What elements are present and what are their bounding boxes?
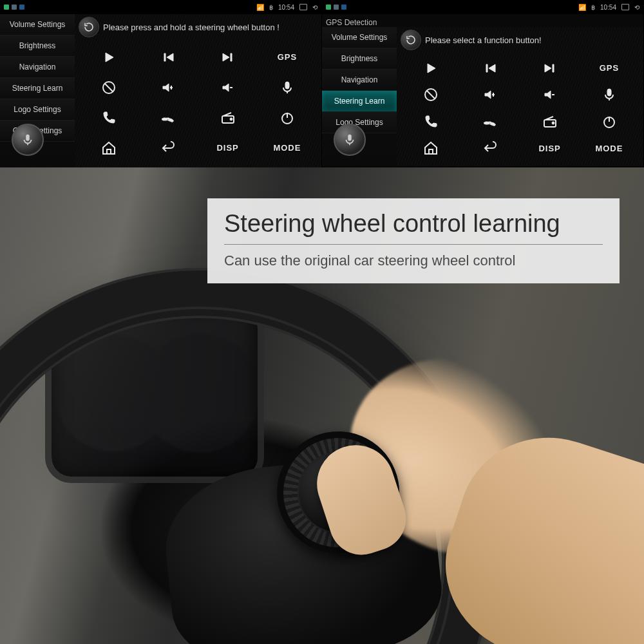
gps-label: GPS xyxy=(600,63,619,73)
fn-vol-up[interactable] xyxy=(462,84,518,107)
status-chip-icon xyxy=(19,5,24,10)
phone-icon xyxy=(101,110,117,126)
status-chip-icon xyxy=(341,5,346,10)
sidebar-item-label: Brightness xyxy=(19,41,56,50)
sidebar-item-label: Steering Learn xyxy=(334,97,385,106)
play-icon xyxy=(423,61,439,76)
sidebar-item-brightness[interactable]: Brightness xyxy=(0,35,75,57)
recent-apps-icon[interactable] xyxy=(621,4,629,10)
fn-power[interactable] xyxy=(582,110,637,133)
prev-track-icon xyxy=(160,50,176,65)
fn-call[interactable] xyxy=(403,110,459,133)
fn-radio[interactable] xyxy=(522,110,578,133)
svg-rect-5 xyxy=(26,135,30,141)
sidebar-item-label: Steering Learn xyxy=(12,84,63,93)
status-left xyxy=(4,5,24,10)
mute-icon xyxy=(101,80,117,95)
floating-mic-button[interactable] xyxy=(334,124,366,156)
steering-learn-panel: Please select a function button! GPS xyxy=(397,27,643,166)
home-icon xyxy=(101,140,117,156)
sidebar-item-volume[interactable]: Volume Settings xyxy=(0,14,75,35)
fn-next[interactable] xyxy=(522,57,578,80)
fn-hangup[interactable] xyxy=(140,104,196,131)
fn-play[interactable] xyxy=(403,57,459,80)
function-grid: GPS DISP MODE xyxy=(397,53,643,166)
fn-back[interactable] xyxy=(462,137,518,160)
sidebar-item-label: Logo Settings xyxy=(14,105,61,114)
back-icon[interactable]: ⟲ xyxy=(312,4,317,11)
sidebar-item-label: Navigation xyxy=(19,62,56,71)
radio-icon xyxy=(220,110,236,126)
sidebar-item-volume[interactable]: Volume Settings xyxy=(322,27,397,48)
sidebar-item-logo[interactable]: Logo Settings xyxy=(0,99,75,120)
disp-label: DISP xyxy=(538,144,560,153)
sidebar-item-navigation[interactable]: Navigation xyxy=(322,70,397,91)
sidebar-item-navigation[interactable]: Navigation xyxy=(0,57,75,78)
fn-back[interactable] xyxy=(140,135,196,161)
mic-icon xyxy=(343,133,357,147)
refresh-icon xyxy=(83,21,95,33)
next-track-icon xyxy=(542,61,558,76)
fn-call[interactable] xyxy=(81,104,137,131)
fn-disp[interactable]: DISP xyxy=(200,135,256,161)
power-icon xyxy=(601,114,617,129)
fn-mode[interactable]: MODE xyxy=(260,135,315,161)
fn-home[interactable] xyxy=(81,135,137,161)
bt-icon: ฿ xyxy=(269,4,273,11)
mute-icon xyxy=(423,87,439,102)
fn-gps[interactable]: GPS xyxy=(260,44,315,70)
sidebar-item-label: Volume Settings xyxy=(332,33,388,42)
back-arrow-icon xyxy=(160,140,176,156)
prev-track-icon xyxy=(482,61,498,76)
fn-hangup[interactable] xyxy=(462,110,518,133)
gps-detection-label: GPS Detection xyxy=(322,14,643,27)
volume-up-icon xyxy=(482,87,498,102)
status-bar: 📶 ฿ 10:54 ⟲ xyxy=(322,0,643,14)
fn-play[interactable] xyxy=(81,44,137,70)
floating-mic-button[interactable] xyxy=(12,124,44,156)
refresh-button[interactable] xyxy=(79,17,99,37)
sidebar-item-brightness[interactable]: Brightness xyxy=(322,48,397,70)
back-arrow-icon xyxy=(482,140,498,156)
fn-vol-down[interactable] xyxy=(200,74,256,100)
fn-power[interactable] xyxy=(260,104,315,131)
sidebar-item-steering-learn[interactable]: Steering Learn xyxy=(322,91,397,112)
fn-next[interactable] xyxy=(200,44,256,70)
steering-learn-panel: Please press and hold a steering wheel b… xyxy=(75,14,321,167)
refresh-icon xyxy=(405,34,417,46)
clock: 10:54 xyxy=(278,4,294,11)
back-icon[interactable]: ⟲ xyxy=(634,4,639,11)
caption-subtitle: Can use the original car steering wheel … xyxy=(224,252,603,269)
status-chip-icon xyxy=(326,5,331,10)
fn-mute[interactable] xyxy=(81,74,137,100)
hangup-icon xyxy=(482,114,498,129)
fn-home[interactable] xyxy=(403,137,459,160)
divider xyxy=(224,244,603,245)
fn-vol-up[interactable] xyxy=(140,74,196,100)
fn-mode[interactable]: MODE xyxy=(582,137,637,160)
volume-down-icon xyxy=(542,87,558,102)
sidebar-item-label: Volume Settings xyxy=(10,20,66,29)
fn-prev[interactable] xyxy=(462,57,518,80)
svg-rect-7 xyxy=(607,89,611,96)
mode-label: MODE xyxy=(273,143,301,153)
screenshots-row: 📶 ฿ 10:54 ⟲ Volume Settings Brightness N… xyxy=(0,0,644,167)
fn-mic[interactable] xyxy=(582,84,637,107)
refresh-button[interactable] xyxy=(401,30,421,50)
fn-gps[interactable]: GPS xyxy=(582,57,637,80)
radio-icon xyxy=(542,114,558,129)
status-chip-icon xyxy=(12,5,17,10)
fn-mic[interactable] xyxy=(260,74,315,100)
screen-left: 📶 ฿ 10:54 ⟲ Volume Settings Brightness N… xyxy=(0,0,322,167)
fn-prev[interactable] xyxy=(140,44,196,70)
svg-point-3 xyxy=(230,118,232,120)
fn-vol-down[interactable] xyxy=(522,84,578,107)
fn-radio[interactable] xyxy=(200,104,256,131)
home-icon xyxy=(423,140,439,156)
recent-apps-icon[interactable] xyxy=(299,4,307,10)
marketing-photo: Steering wheel control learning Can use … xyxy=(0,167,644,644)
fn-mute[interactable] xyxy=(403,84,459,107)
fn-disp[interactable]: DISP xyxy=(522,137,578,160)
sidebar-item-steering-learn[interactable]: Steering Learn xyxy=(0,78,75,99)
play-icon xyxy=(101,50,117,65)
